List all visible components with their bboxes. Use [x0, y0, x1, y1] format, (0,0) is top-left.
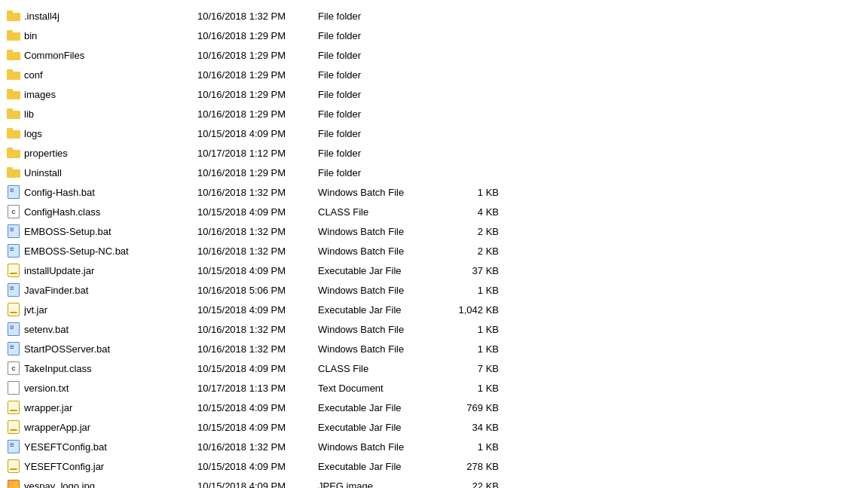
folder-icon [7, 128, 20, 139]
file-type: File folder [318, 11, 439, 22]
file-type: File folder [318, 128, 439, 139]
table-row[interactable]: jvt.jar 10/15/2018 4:09 PM Executable Ja… [0, 300, 868, 319]
file-type: Executable Jar File [318, 402, 439, 413]
file-date: 10/15/2018 4:09 PM [197, 363, 318, 374]
table-row[interactable]: YESEFTConfig.jar 10/15/2018 4:09 PM Exec… [0, 456, 868, 476]
file-type: Executable Jar File [318, 265, 439, 276]
jar-icon [8, 459, 20, 473]
file-type: File folder [318, 148, 439, 159]
file-type: Windows Batch File [318, 324, 439, 335]
table-row[interactable]: conf 10/16/2018 1:29 PM File folder [0, 65, 868, 84]
file-date: 10/16/2018 1:32 PM [197, 343, 318, 355]
class-icon: C [8, 205, 20, 218]
file-type: File folder [318, 50, 439, 61]
file-date: 10/17/2018 1:13 PM [197, 383, 318, 394]
file-name: lib [24, 108, 197, 120]
file-name: setenv.bat [24, 324, 197, 335]
file-type: JPEG image [318, 480, 439, 489]
folder-icon [7, 69, 20, 80]
file-size: 769 KB [439, 402, 499, 413]
file-name: properties [24, 148, 197, 159]
file-date: 10/16/2018 1:32 PM [197, 324, 318, 335]
file-size: 4 KB [439, 206, 499, 218]
file-type: Executable Jar File [318, 461, 439, 472]
batch-icon [8, 440, 20, 453]
table-row[interactable]: setenv.bat 10/16/2018 1:32 PM Windows Ba… [0, 319, 868, 339]
file-date: 10/16/2018 1:32 PM [197, 246, 318, 257]
file-icon-cell [6, 400, 21, 415]
table-row[interactable]: bin 10/16/2018 1:29 PM File folder [0, 26, 868, 45]
file-date: 10/16/2018 1:29 PM [197, 30, 318, 41]
table-row[interactable]: Uninstall 10/16/2018 1:29 PM File folder [0, 163, 868, 182]
table-row[interactable]: CommonFiles 10/16/2018 1:29 PM File fold… [0, 45, 868, 65]
file-icon-cell [6, 224, 21, 239]
table-row[interactable]: Config-Hash.bat 10/16/2018 1:32 PM Windo… [0, 182, 868, 202]
folder-icon [7, 89, 20, 99]
file-date: 10/15/2018 4:09 PM [197, 461, 318, 472]
file-name: EMBOSS-Setup-NC.bat [24, 246, 197, 257]
file-date: 10/15/2018 4:09 PM [197, 480, 318, 489]
file-name: Uninstall [24, 167, 197, 178]
batch-icon [8, 342, 20, 355]
table-row[interactable]: logs 10/15/2018 4:09 PM File folder [0, 124, 868, 143]
file-name: jvt.jar [24, 304, 197, 316]
file-size: 1 KB [439, 187, 499, 198]
file-size: 22 KB [439, 480, 499, 489]
file-type: CLASS File [318, 206, 439, 218]
file-name: wrapper.jar [24, 402, 197, 413]
folder-icon [7, 50, 20, 60]
file-size: 1 KB [439, 383, 499, 394]
file-icon-cell [6, 185, 21, 200]
table-row[interactable]: .install4j 10/16/2018 1:32 PM File folde… [0, 6, 868, 26]
table-row[interactable]: C TakeInput.class 10/15/2018 4:09 PM CLA… [0, 358, 868, 378]
file-icon-cell [6, 380, 21, 395]
table-row[interactable]: EMBOSS-Setup.bat 10/16/2018 1:32 PM Wind… [0, 221, 868, 241]
file-type: Windows Batch File [318, 187, 439, 198]
batch-icon [8, 185, 20, 199]
file-size: 2 KB [439, 246, 499, 257]
file-size: 1 KB [439, 285, 499, 296]
file-icon-cell [6, 126, 21, 141]
file-date: 10/16/2018 1:29 PM [197, 69, 318, 81]
file-date: 10/15/2018 4:09 PM [197, 265, 318, 276]
file-icon-cell [6, 263, 21, 278]
file-size: 278 KB [439, 461, 499, 472]
file-date: 10/16/2018 1:32 PM [197, 187, 318, 198]
file-date: 10/15/2018 4:09 PM [197, 304, 318, 316]
file-name: bin [24, 30, 197, 41]
file-icon-cell [6, 478, 21, 488]
table-row[interactable]: lib 10/16/2018 1:29 PM File folder [0, 104, 868, 124]
table-row[interactable]: images 10/16/2018 1:29 PM File folder [0, 84, 868, 104]
table-row[interactable]: wrapperApp.jar 10/15/2018 4:09 PM Execut… [0, 417, 868, 437]
file-name: images [24, 89, 197, 100]
table-row[interactable]: version.txt 10/17/2018 1:13 PM Text Docu… [0, 378, 868, 398]
file-size: 1 KB [439, 343, 499, 355]
file-date: 10/16/2018 1:29 PM [197, 167, 318, 178]
file-type: Windows Batch File [318, 246, 439, 257]
file-icon-cell [6, 165, 21, 180]
file-size: 1,042 KB [439, 304, 499, 316]
file-name: conf [24, 69, 197, 81]
table-row[interactable]: yespay_logo.jpg 10/15/2018 4:09 PM JPEG … [0, 476, 868, 488]
file-name: Config-Hash.bat [24, 187, 197, 198]
file-size: 2 KB [439, 226, 499, 237]
table-row[interactable]: wrapper.jar 10/15/2018 4:09 PM Executabl… [0, 398, 868, 417]
file-name: wrapperApp.jar [24, 422, 197, 433]
table-row[interactable]: JavaFinder.bat 10/16/2018 5:06 PM Window… [0, 280, 868, 300]
file-name: yespay_logo.jpg [24, 480, 197, 489]
table-row[interactable]: installUpdate.jar 10/15/2018 4:09 PM Exe… [0, 261, 868, 280]
file-name: StartPOSServer.bat [24, 343, 197, 355]
batch-icon [8, 224, 20, 238]
file-date: 10/16/2018 1:29 PM [197, 50, 318, 61]
table-row[interactable]: properties 10/17/2018 1:12 PM File folde… [0, 143, 868, 163]
file-icon-cell: C [6, 204, 21, 219]
file-icon-cell [6, 106, 21, 121]
file-name: installUpdate.jar [24, 265, 197, 276]
table-row[interactable]: StartPOSServer.bat 10/16/2018 1:32 PM Wi… [0, 339, 868, 358]
table-row[interactable]: YESEFTConfig.bat 10/16/2018 1:32 PM Wind… [0, 437, 868, 456]
file-size: 1 KB [439, 441, 499, 453]
file-date: 10/16/2018 1:32 PM [197, 226, 318, 237]
table-row[interactable]: EMBOSS-Setup-NC.bat 10/16/2018 1:32 PM W… [0, 241, 868, 261]
file-icon-cell [6, 243, 21, 258]
table-row[interactable]: C ConfigHash.class 10/15/2018 4:09 PM CL… [0, 202, 868, 221]
